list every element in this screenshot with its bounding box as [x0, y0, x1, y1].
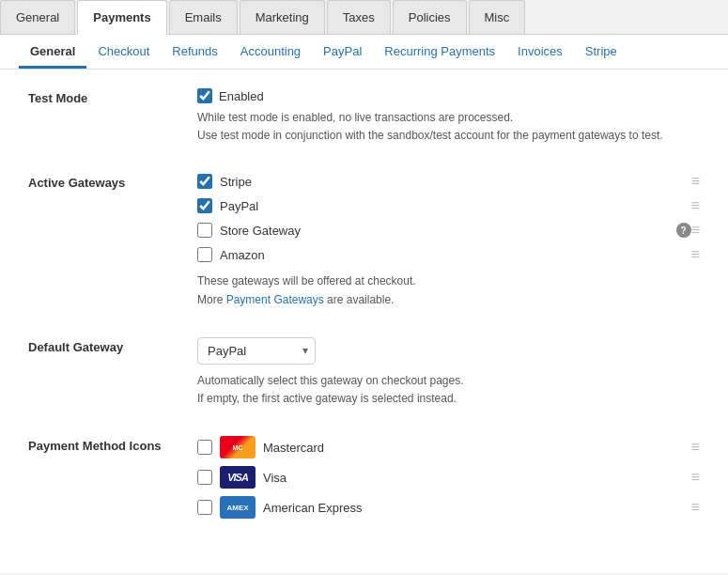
- payment-icons-list: MCMastercard≡VISAVisa≡AMEXAmerican Expre…: [197, 436, 700, 519]
- gateway-row-stripe: Stripe≡: [197, 173, 700, 190]
- gateway-checkbox-amazon[interactable]: [197, 247, 212, 262]
- payment-method-checkbox-amex[interactable]: [197, 500, 212, 515]
- payment-method-checkbox-visa[interactable]: [197, 470, 212, 485]
- payment-icon-mastercard: MC: [220, 436, 256, 458]
- sub-tab-refunds[interactable]: Refunds: [161, 35, 228, 69]
- payment-icons-label: Payment Method Icons: [28, 436, 197, 453]
- active-gateways-control: Stripe≡PayPal≡Store Gateway?≡Amazon≡ The…: [197, 173, 700, 308]
- settings-body: Test Mode Enabled While test mode is ena…: [0, 70, 728, 573]
- default-gateway-description: Automatically select this gateway on che…: [197, 372, 700, 408]
- test-mode-label: Test Mode: [28, 88, 197, 105]
- gateway-name-amazon: Amazon: [220, 248, 691, 262]
- default-gateway-row: Default Gateway PayPalStripeStore Gatewa…: [28, 337, 700, 408]
- sub-tab-paypal[interactable]: PayPal: [312, 35, 373, 69]
- payment-method-row-visa: VISAVisa≡: [197, 466, 700, 489]
- gateway-checkbox-stripe[interactable]: [197, 174, 212, 189]
- payment-icon-amex: AMEX: [220, 496, 256, 519]
- gateway-row-paypal: PayPal≡: [197, 197, 700, 214]
- test-mode-description: While test mode is enabled, no live tran…: [197, 109, 700, 145]
- gateway-drag-handle-store_gateway[interactable]: ≡: [691, 222, 700, 239]
- payment-icons-control: MCMastercard≡VISAVisa≡AMEXAmerican Expre…: [197, 436, 700, 526]
- payment-method-name-mastercard: Mastercard: [263, 441, 691, 455]
- sub-tabs: GeneralCheckoutRefundsAccountingPayPalRe…: [0, 35, 728, 70]
- sub-tab-accounting[interactable]: Accounting: [229, 35, 312, 69]
- default-gateway-select-wrapper: PayPalStripeStore GatewayAmazon ▾: [197, 337, 316, 365]
- top-tab-payments[interactable]: Payments: [77, 0, 166, 35]
- gateway-name-store_gateway: Store Gateway: [220, 224, 672, 238]
- test-mode-checkbox-label[interactable]: Enabled: [219, 89, 264, 103]
- payment-method-name-amex: American Express: [263, 501, 691, 515]
- top-tab-misc[interactable]: Misc: [469, 0, 526, 34]
- top-tab-policies[interactable]: Policies: [393, 0, 467, 34]
- active-gateways-label: Active Gateways: [28, 173, 197, 190]
- active-gateways-row: Active Gateways Stripe≡PayPal≡Store Gate…: [28, 173, 700, 308]
- gateway-drag-handle-stripe[interactable]: ≡: [691, 173, 700, 190]
- top-tab-marketing[interactable]: Marketing: [240, 0, 325, 34]
- content-area: GeneralCheckoutRefundsAccountingPayPalRe…: [0, 35, 728, 573]
- payment-method-name-visa: Visa: [263, 471, 691, 485]
- default-gateway-label: Default Gateway: [28, 337, 197, 354]
- gateway-checkbox-paypal[interactable]: [197, 198, 212, 213]
- sub-tab-general[interactable]: General: [19, 35, 86, 69]
- default-gateway-control: PayPalStripeStore GatewayAmazon ▾ Automa…: [197, 337, 700, 408]
- gateway-row-store_gateway: Store Gateway?≡: [197, 222, 700, 239]
- gateway-name-stripe: Stripe: [220, 175, 691, 189]
- gateway-drag-handle-paypal[interactable]: ≡: [691, 197, 700, 214]
- payment-method-drag-mastercard[interactable]: ≡: [691, 439, 700, 456]
- test-mode-checkbox[interactable]: [197, 88, 212, 103]
- gateway-name-paypal: PayPal: [220, 199, 691, 213]
- top-tab-taxes[interactable]: Taxes: [327, 0, 391, 34]
- sub-tab-invoices[interactable]: Invoices: [506, 35, 574, 69]
- gateway-help-icon-store_gateway[interactable]: ?: [676, 223, 691, 238]
- test-mode-checkbox-row: Enabled: [197, 88, 700, 103]
- payment-icons-row: Payment Method Icons MCMastercard≡VISAVi…: [28, 436, 700, 526]
- test-mode-control: Enabled While test mode is enabled, no l…: [197, 88, 700, 145]
- top-tabs: GeneralPaymentsEmailsMarketingTaxesPolic…: [0, 0, 728, 35]
- payment-method-row-amex: AMEXAmerican Express≡: [197, 496, 700, 519]
- gateway-row-amazon: Amazon≡: [197, 246, 700, 263]
- top-tab-general[interactable]: General: [0, 0, 75, 34]
- payment-method-drag-amex[interactable]: ≡: [691, 499, 700, 516]
- top-tab-emails[interactable]: Emails: [169, 0, 238, 34]
- gateways-list: Stripe≡PayPal≡Store Gateway?≡Amazon≡: [197, 173, 700, 263]
- payment-method-row-mastercard: MCMastercard≡: [197, 436, 700, 458]
- sub-tab-recurring[interactable]: Recurring Payments: [373, 35, 506, 69]
- payment-icon-visa: VISA: [220, 466, 256, 489]
- payment-method-checkbox-mastercard[interactable]: [197, 440, 212, 455]
- default-gateway-select[interactable]: PayPalStripeStore GatewayAmazon: [197, 337, 316, 365]
- gateway-checkbox-store_gateway[interactable]: [197, 223, 212, 238]
- gateway-drag-handle-amazon[interactable]: ≡: [691, 246, 700, 263]
- test-mode-row: Test Mode Enabled While test mode is ena…: [28, 88, 700, 145]
- payment-method-drag-visa[interactable]: ≡: [691, 469, 700, 486]
- payment-gateways-link[interactable]: Payment Gateways: [226, 293, 324, 306]
- sub-tab-stripe[interactable]: Stripe: [574, 35, 628, 69]
- sub-tab-checkout[interactable]: Checkout: [86, 35, 161, 69]
- gateway-note: These gateways will be offered at checko…: [197, 272, 700, 308]
